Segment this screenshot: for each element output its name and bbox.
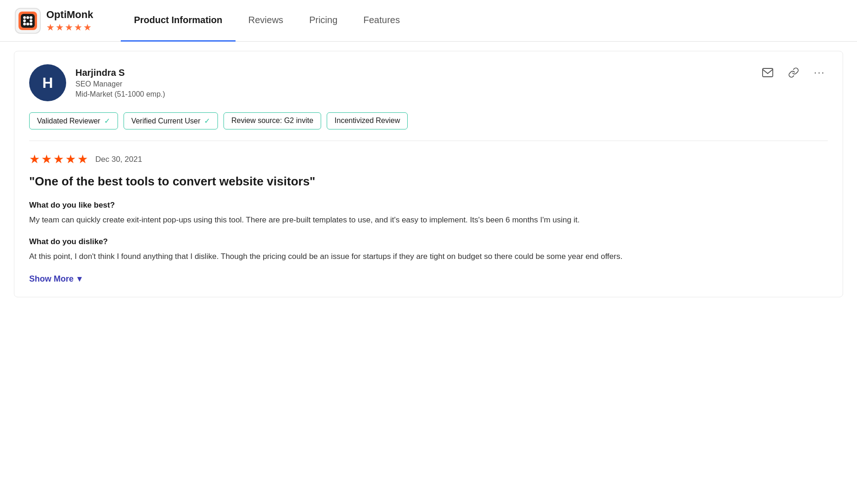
- chevron-down-icon: ▾: [77, 274, 81, 284]
- svg-point-2: [23, 16, 26, 19]
- brand-stars: ★ ★ ★ ★ ★: [46, 22, 93, 33]
- logo-area: OptiMonk ★ ★ ★ ★ ★: [15, 8, 93, 34]
- show-more-label: Show More: [29, 274, 74, 284]
- dislike-text: At this point, I don't think I found any…: [29, 250, 828, 263]
- verified-user-label: Verified Current User: [131, 117, 200, 125]
- review-card: H Harjindra S SEO Manager Mid-Market (51…: [14, 51, 843, 297]
- show-more-button[interactable]: Show More ▾: [29, 274, 828, 284]
- more-options-icon[interactable]: ···: [811, 64, 828, 81]
- incentivized-review-label: Incentivized Review: [335, 117, 400, 124]
- svg-rect-10: [763, 68, 773, 77]
- main-content: H Harjindra S SEO Manager Mid-Market (51…: [0, 51, 857, 297]
- avatar: H: [29, 64, 66, 101]
- incentivized-review-badge: Incentivized Review: [327, 112, 408, 129]
- review-date: Dec 30, 2021: [95, 155, 142, 164]
- verified-check-icon: ✓: [204, 117, 210, 125]
- reviewer-actions: ···: [759, 64, 828, 81]
- review-date-row: ★ ★ ★ ★ ★ Dec 30, 2021: [29, 152, 828, 166]
- svg-point-5: [23, 19, 26, 22]
- reviewer-left: H Harjindra S SEO Manager Mid-Market (51…: [29, 64, 165, 101]
- validated-reviewer-label: Validated Reviewer: [37, 117, 100, 125]
- main-nav: Product Information Reviews Pricing Feat…: [121, 0, 413, 41]
- validated-reviewer-badge: Validated Reviewer ✓: [29, 112, 118, 129]
- reviewer-name: Harjindra S: [75, 68, 165, 78]
- review-title: "One of the best tools to convert websit…: [29, 174, 828, 190]
- svg-rect-1: [21, 14, 35, 28]
- verified-user-badge: Verified Current User ✓: [124, 112, 218, 129]
- tab-pricing[interactable]: Pricing: [296, 0, 350, 42]
- like-best-label: What do you like best?: [29, 201, 828, 210]
- badges-row: Validated Reviewer ✓ Verified Current Us…: [29, 112, 828, 129]
- section-divider: [29, 141, 828, 141]
- dislike-label: What do you dislike?: [29, 237, 828, 246]
- like-best-text: My team can quickly create exit-intent p…: [29, 214, 828, 226]
- reviewer-title: SEO Manager: [75, 80, 165, 88]
- review-source-label: Review source: G2 invite: [231, 117, 313, 124]
- link-icon[interactable]: [785, 64, 802, 81]
- svg-point-4: [30, 16, 32, 19]
- tab-features[interactable]: Features: [350, 0, 413, 42]
- reviewer-info: Harjindra S SEO Manager Mid-Market (51-1…: [75, 68, 165, 98]
- svg-point-3: [26, 16, 29, 19]
- svg-point-9: [30, 23, 32, 25]
- svg-point-7: [23, 23, 26, 25]
- page-header: OptiMonk ★ ★ ★ ★ ★ Product Information R…: [0, 0, 857, 42]
- review-source-badge: Review source: G2 invite: [224, 112, 321, 129]
- validated-check-icon: ✓: [104, 117, 110, 125]
- brand-logo-icon: [15, 8, 41, 34]
- tab-reviews[interactable]: Reviews: [236, 0, 297, 42]
- review-stars: ★ ★ ★ ★ ★: [29, 152, 88, 166]
- email-icon[interactable]: [759, 64, 776, 81]
- brand-name: OptiMonk: [46, 9, 93, 21]
- reviewer-company: Mid-Market (51-1000 emp.): [75, 90, 165, 98]
- reviewer-header: H Harjindra S SEO Manager Mid-Market (51…: [29, 64, 828, 101]
- svg-point-8: [26, 23, 29, 25]
- svg-point-6: [30, 19, 32, 22]
- tab-product-information[interactable]: Product Information: [121, 0, 235, 42]
- brand-info: OptiMonk ★ ★ ★ ★ ★: [46, 9, 93, 33]
